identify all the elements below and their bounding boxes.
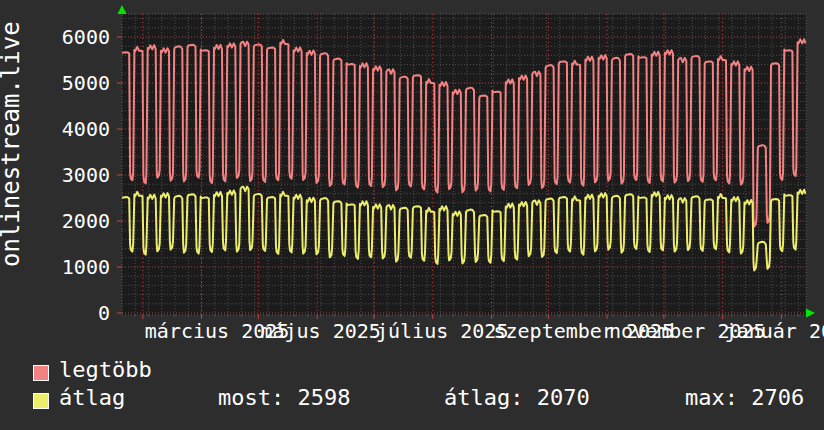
legend-row-atlag: átlag most: 2598 átlag: 2070 max: 2706 bbox=[33, 393, 86, 409]
x-axis-label: május 2025 bbox=[260, 319, 380, 343]
y-axis-label: 3000 bbox=[62, 163, 110, 187]
x-axis-label: július 2025 bbox=[376, 319, 508, 343]
x-axis-label: január 2026 bbox=[725, 319, 824, 343]
y-axis-label: 2000 bbox=[62, 209, 110, 233]
legend-label-atlag: átlag bbox=[59, 390, 125, 406]
y-axis-label: 4000 bbox=[62, 117, 110, 141]
stat-most: most: 2598 bbox=[218, 390, 350, 406]
legend-swatch-atlag bbox=[33, 393, 49, 409]
stat-max: max: 2706 bbox=[685, 390, 804, 406]
legend-swatch-legtobb bbox=[33, 365, 49, 381]
stat-atlag: átlag: 2070 bbox=[444, 390, 590, 406]
y-axis-arrow-icon bbox=[118, 5, 127, 14]
x-axis-arrow-icon bbox=[806, 309, 815, 318]
legend-label-legtobb: legtöbb bbox=[59, 362, 152, 378]
y-axis-label: 1000 bbox=[62, 255, 110, 279]
y-axis-label: 6000 bbox=[62, 25, 110, 49]
rrd-graph: onlinestream.live 0100020003000400050006… bbox=[0, 0, 824, 430]
legend-row-legtobb: legtöbb bbox=[33, 365, 86, 381]
y-axis-label: 5000 bbox=[62, 71, 110, 95]
y-axis-label: 0 bbox=[98, 301, 110, 325]
